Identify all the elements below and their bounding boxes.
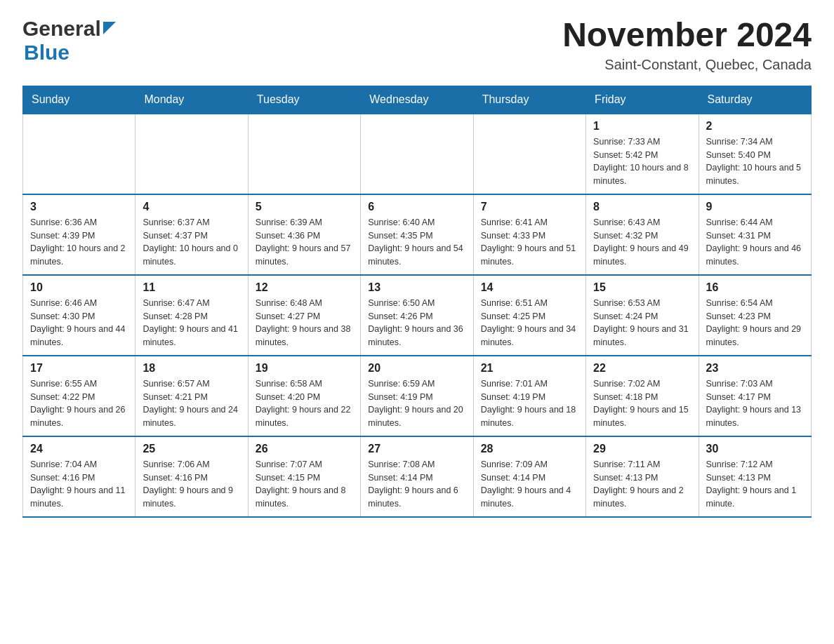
day-info: Sunrise: 7:04 AMSunset: 4:16 PMDaylight:…: [30, 458, 128, 511]
day-info: Sunrise: 7:12 AMSunset: 4:13 PMDaylight:…: [706, 458, 804, 511]
day-number: 20: [368, 362, 465, 375]
day-info: Sunrise: 6:39 AMSunset: 4:36 PMDaylight:…: [256, 216, 353, 269]
day-info: Sunrise: 6:40 AMSunset: 4:35 PMDaylight:…: [368, 216, 465, 269]
calendar-cell: 11Sunrise: 6:47 AMSunset: 4:28 PMDayligh…: [135, 275, 248, 356]
day-number: 1: [593, 120, 691, 133]
calendar-cell: 7Sunrise: 6:41 AMSunset: 4:33 PMDaylight…: [473, 194, 585, 275]
weekday-header-friday: Friday: [586, 86, 699, 114]
calendar-cell: 14Sunrise: 6:51 AMSunset: 4:25 PMDayligh…: [473, 275, 585, 356]
day-info: Sunrise: 6:51 AMSunset: 4:25 PMDaylight:…: [481, 297, 578, 349]
day-info: Sunrise: 6:54 AMSunset: 4:23 PMDaylight:…: [706, 297, 804, 349]
weekday-header-sunday: Sunday: [23, 86, 135, 114]
day-number: 26: [256, 443, 353, 455]
calendar-cell: 18Sunrise: 6:57 AMSunset: 4:21 PMDayligh…: [135, 356, 248, 436]
weekday-header-saturday: Saturday: [699, 86, 811, 114]
calendar-cell: 15Sunrise: 6:53 AMSunset: 4:24 PMDayligh…: [586, 275, 699, 356]
week-row-5: 24Sunrise: 7:04 AMSunset: 4:16 PMDayligh…: [23, 436, 812, 517]
day-number: 6: [368, 201, 465, 213]
calendar-cell: [361, 114, 473, 194]
day-info: Sunrise: 7:03 AMSunset: 4:17 PMDaylight:…: [706, 377, 804, 430]
day-info: Sunrise: 6:57 AMSunset: 4:21 PMDaylight:…: [143, 377, 240, 430]
day-info: Sunrise: 6:41 AMSunset: 4:33 PMDaylight:…: [481, 216, 578, 269]
logo-triangle-icon: [103, 22, 116, 37]
day-number: 5: [256, 201, 353, 213]
calendar-cell: 17Sunrise: 6:55 AMSunset: 4:22 PMDayligh…: [23, 356, 135, 436]
day-number: 25: [143, 443, 240, 455]
day-number: 14: [481, 281, 578, 294]
weekday-header-row: SundayMondayTuesdayWednesdayThursdayFrid…: [23, 86, 812, 114]
calendar-cell: [135, 114, 248, 194]
week-row-1: 1Sunrise: 7:33 AMSunset: 5:42 PMDaylight…: [23, 114, 812, 194]
day-info: Sunrise: 7:09 AMSunset: 4:14 PMDaylight:…: [481, 458, 578, 511]
weekday-header-monday: Monday: [135, 86, 248, 114]
week-row-3: 10Sunrise: 6:46 AMSunset: 4:30 PMDayligh…: [23, 275, 812, 356]
day-number: 19: [256, 362, 353, 375]
svg-marker-0: [103, 22, 116, 34]
day-number: 18: [143, 362, 240, 375]
day-number: 28: [481, 443, 578, 455]
day-number: 10: [30, 281, 128, 294]
calendar-cell: 19Sunrise: 6:58 AMSunset: 4:20 PMDayligh…: [248, 356, 360, 436]
calendar-cell: [248, 114, 360, 194]
logo: General Blue: [22, 17, 116, 65]
day-info: Sunrise: 6:47 AMSunset: 4:28 PMDaylight:…: [143, 297, 240, 349]
day-number: 11: [143, 281, 240, 294]
day-number: 22: [593, 362, 691, 375]
location-title: Saint-Constant, Quebec, Canada: [562, 57, 812, 73]
week-row-2: 3Sunrise: 6:36 AMSunset: 4:39 PMDaylight…: [23, 194, 812, 275]
page-header: General Blue November 2024 Saint-Constan…: [22, 17, 812, 73]
calendar-cell: 29Sunrise: 7:11 AMSunset: 4:13 PMDayligh…: [586, 436, 699, 517]
day-info: Sunrise: 6:55 AMSunset: 4:22 PMDaylight:…: [30, 377, 128, 430]
day-number: 3: [30, 201, 128, 213]
day-info: Sunrise: 7:01 AMSunset: 4:19 PMDaylight:…: [481, 377, 578, 430]
calendar-cell: 27Sunrise: 7:08 AMSunset: 4:14 PMDayligh…: [361, 436, 473, 517]
day-info: Sunrise: 6:53 AMSunset: 4:24 PMDaylight:…: [593, 297, 691, 349]
weekday-header-thursday: Thursday: [473, 86, 585, 114]
day-info: Sunrise: 7:07 AMSunset: 4:15 PMDaylight:…: [256, 458, 353, 511]
calendar-cell: 24Sunrise: 7:04 AMSunset: 4:16 PMDayligh…: [23, 436, 135, 517]
day-number: 29: [593, 443, 691, 455]
day-number: 2: [706, 120, 804, 133]
day-number: 13: [368, 281, 465, 294]
day-number: 30: [706, 443, 804, 455]
day-info: Sunrise: 7:08 AMSunset: 4:14 PMDaylight:…: [368, 458, 465, 511]
calendar-cell: 21Sunrise: 7:01 AMSunset: 4:19 PMDayligh…: [473, 356, 585, 436]
day-info: Sunrise: 7:33 AMSunset: 5:42 PMDaylight:…: [593, 135, 691, 188]
logo-blue-text: Blue: [24, 41, 70, 64]
week-row-4: 17Sunrise: 6:55 AMSunset: 4:22 PMDayligh…: [23, 356, 812, 436]
day-info: Sunrise: 7:02 AMSunset: 4:18 PMDaylight:…: [593, 377, 691, 430]
day-number: 15: [593, 281, 691, 294]
calendar-cell: 13Sunrise: 6:50 AMSunset: 4:26 PMDayligh…: [361, 275, 473, 356]
day-number: 8: [593, 201, 691, 213]
calendar-cell: 25Sunrise: 7:06 AMSunset: 4:16 PMDayligh…: [135, 436, 248, 517]
calendar-cell: 8Sunrise: 6:43 AMSunset: 4:32 PMDaylight…: [586, 194, 699, 275]
month-title: November 2024: [562, 17, 812, 54]
calendar-cell: 30Sunrise: 7:12 AMSunset: 4:13 PMDayligh…: [699, 436, 811, 517]
day-number: 27: [368, 443, 465, 455]
calendar-cell: 9Sunrise: 6:44 AMSunset: 4:31 PMDaylight…: [699, 194, 811, 275]
day-info: Sunrise: 7:34 AMSunset: 5:40 PMDaylight:…: [706, 135, 804, 188]
calendar-cell: 20Sunrise: 6:59 AMSunset: 4:19 PMDayligh…: [361, 356, 473, 436]
calendar-cell: 10Sunrise: 6:46 AMSunset: 4:30 PMDayligh…: [23, 275, 135, 356]
day-info: Sunrise: 6:50 AMSunset: 4:26 PMDaylight:…: [368, 297, 465, 349]
day-number: 7: [481, 201, 578, 213]
day-info: Sunrise: 6:37 AMSunset: 4:37 PMDaylight:…: [143, 216, 240, 269]
day-info: Sunrise: 7:11 AMSunset: 4:13 PMDaylight:…: [593, 458, 691, 511]
day-info: Sunrise: 7:06 AMSunset: 4:16 PMDaylight:…: [143, 458, 240, 511]
day-info: Sunrise: 6:46 AMSunset: 4:30 PMDaylight:…: [30, 297, 128, 349]
day-number: 23: [706, 362, 804, 375]
calendar-cell: 16Sunrise: 6:54 AMSunset: 4:23 PMDayligh…: [699, 275, 811, 356]
calendar-cell: 28Sunrise: 7:09 AMSunset: 4:14 PMDayligh…: [473, 436, 585, 517]
calendar-cell: 23Sunrise: 7:03 AMSunset: 4:17 PMDayligh…: [699, 356, 811, 436]
day-number: 24: [30, 443, 128, 455]
logo-general-text: General: [22, 17, 101, 41]
calendar-table: SundayMondayTuesdayWednesdayThursdayFrid…: [22, 86, 812, 518]
calendar-cell: 2Sunrise: 7:34 AMSunset: 5:40 PMDaylight…: [699, 114, 811, 194]
day-number: 17: [30, 362, 128, 375]
calendar-cell: 3Sunrise: 6:36 AMSunset: 4:39 PMDaylight…: [23, 194, 135, 275]
calendar-cell: 4Sunrise: 6:37 AMSunset: 4:37 PMDaylight…: [135, 194, 248, 275]
calendar-cell: 12Sunrise: 6:48 AMSunset: 4:27 PMDayligh…: [248, 275, 360, 356]
calendar-cell: [473, 114, 585, 194]
day-info: Sunrise: 6:43 AMSunset: 4:32 PMDaylight:…: [593, 216, 691, 269]
calendar-cell: [23, 114, 135, 194]
